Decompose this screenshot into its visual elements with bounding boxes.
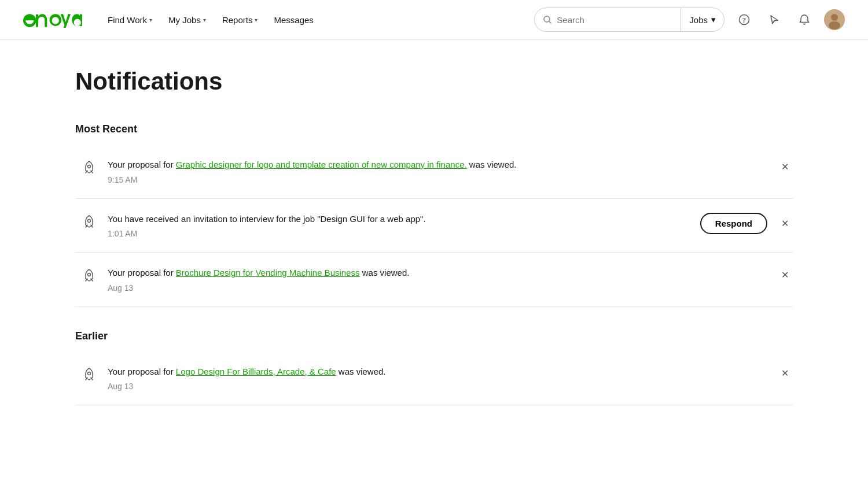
notification-body: Your proposal for Brochure Design for Ve… xyxy=(103,267,763,293)
svg-point-6 xyxy=(829,21,840,29)
header-right: Jobs ▾ ? xyxy=(534,8,845,32)
notification-body: Your proposal for Graphic designer for l… xyxy=(103,158,763,184)
notification-time: Aug 13 xyxy=(108,382,763,391)
notification-job-link[interactable]: Graphic designer for logo and template c… xyxy=(176,160,467,169)
notification-time: 9:15 AM xyxy=(108,175,763,184)
notification-text: You have received an invitation to inter… xyxy=(108,213,686,226)
dismiss-button[interactable]: ✕ xyxy=(777,158,793,175)
proposal-icon xyxy=(75,267,103,284)
help-icon[interactable]: ? xyxy=(734,9,755,30)
respond-button[interactable]: Respond xyxy=(700,213,767,234)
notification-item: Your proposal for Brochure Design for Ve… xyxy=(75,253,793,307)
svg-point-7 xyxy=(88,165,91,168)
my-jobs-chevron-icon: ▾ xyxy=(203,17,206,23)
logo[interactable] xyxy=(23,12,82,28)
search-bar[interactable]: Jobs ▾ xyxy=(534,8,724,32)
earlier-section: Earlier Your proposal for Logo Design Fo… xyxy=(75,330,793,406)
dismiss-button[interactable]: ✕ xyxy=(777,365,793,382)
nav-find-work[interactable]: Find Work ▾ xyxy=(101,10,159,29)
nav-my-jobs[interactable]: My Jobs ▾ xyxy=(161,10,213,29)
notification-item: Your proposal for Logo Design For Billia… xyxy=(75,352,793,406)
main-nav: Find Work ▾ My Jobs ▾ Reports ▾ Messages xyxy=(101,10,534,29)
category-chevron-icon: ▾ xyxy=(711,14,716,25)
main-header: Find Work ▾ My Jobs ▾ Reports ▾ Messages xyxy=(0,0,868,40)
svg-point-9 xyxy=(88,273,91,276)
notification-body: You have received an invitation to inter… xyxy=(103,213,686,239)
search-category-selector[interactable]: Jobs ▾ xyxy=(681,14,724,25)
main-content: Notifications Most Recent Your proposal … xyxy=(29,40,839,433)
nav-reports[interactable]: Reports ▾ xyxy=(215,10,265,29)
notification-text: Your proposal for Logo Design For Billia… xyxy=(108,365,763,379)
notification-actions: ✕ xyxy=(777,158,793,175)
notification-job-link[interactable]: Logo Design For Billiards, Arcade, & Caf… xyxy=(176,367,336,376)
most-recent-section: Most Recent Your proposal for Graphic de… xyxy=(75,123,793,307)
notification-text: Your proposal for Graphic designer for l… xyxy=(108,158,763,172)
most-recent-heading: Most Recent xyxy=(75,123,793,135)
notification-time: 1:01 AM xyxy=(108,229,686,238)
svg-point-5 xyxy=(831,14,838,21)
notification-job-link[interactable]: Brochure Design for Vending Machine Busi… xyxy=(176,268,360,278)
notification-actions: ✕ xyxy=(777,267,793,283)
cursor-icon[interactable] xyxy=(764,9,785,30)
dismiss-button[interactable]: ✕ xyxy=(777,215,793,231)
nav-messages[interactable]: Messages xyxy=(267,10,320,29)
notification-body: Your proposal for Logo Design For Billia… xyxy=(103,365,763,391)
notification-item: Your proposal for Graphic designer for l… xyxy=(75,145,793,199)
notifications-bell-icon[interactable] xyxy=(794,9,815,30)
svg-text:?: ? xyxy=(742,16,746,24)
proposal-icon xyxy=(75,365,103,383)
notification-time: Aug 13 xyxy=(108,283,763,293)
svg-point-10 xyxy=(88,372,91,375)
user-avatar[interactable] xyxy=(824,9,845,30)
notification-item: You have received an invitation to inter… xyxy=(75,199,793,253)
notification-actions: Respond ✕ xyxy=(700,213,793,234)
proposal-icon xyxy=(75,213,103,230)
earlier-heading: Earlier xyxy=(75,330,793,342)
proposal-icon xyxy=(75,158,103,176)
notification-actions: ✕ xyxy=(777,365,793,382)
dismiss-button[interactable]: ✕ xyxy=(777,267,793,283)
svg-line-1 xyxy=(549,21,551,24)
svg-point-8 xyxy=(88,219,91,222)
notification-text: Your proposal for Brochure Design for Ve… xyxy=(108,267,763,280)
page-title: Notifications xyxy=(75,68,793,95)
reports-chevron-icon: ▾ xyxy=(255,17,258,23)
search-input[interactable] xyxy=(557,15,672,25)
find-work-chevron-icon: ▾ xyxy=(149,17,152,23)
search-icon xyxy=(543,15,552,24)
